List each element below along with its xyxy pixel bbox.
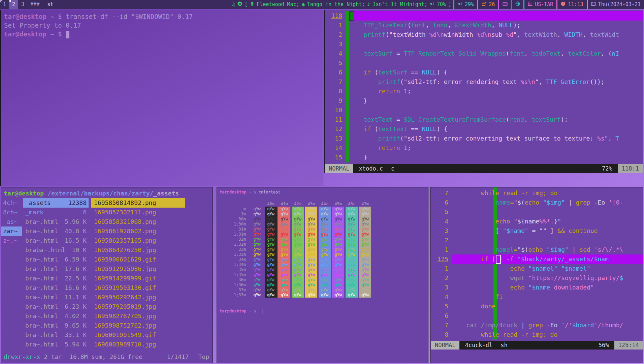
fm-preview-entry[interactable]: 1695857302111.png [91,208,185,217]
terminal-window[interactable]: tar@desktop ~ $ transset-df --id "$WINDO… [0,10,323,186]
fm-file-entry[interactable]: braba~.html10 K [23,245,89,255]
fm-preview-entry[interactable]: 1695900601629.gif [91,255,185,264]
fm-parent-entry[interactable]: 8ch~ [1,208,22,217]
fm-file-entry[interactable]: bra~.html5.96 K [23,217,89,226]
fm-row[interactable]: 4ch~_assets123881695850814892.png [1,198,213,208]
file-manager-window[interactable]: tar@desktop /external/backups/chan/zarty… [1,187,213,363]
fm-row[interactable]: 8ch~_mark61695857302111.png [1,208,213,217]
fm-parent-entry[interactable] [1,264,22,274]
fm-file-entry[interactable]: _mark6 [23,208,89,217]
fm-file-entry[interactable]: bra~.html6.23 K [23,302,89,311]
fm-row[interactable]: bra~.html11.1 K1695950292642.jpg [1,293,213,302]
ct-prompt-line-2[interactable]: tar@desktop ~ $ [217,306,428,316]
token: ); [561,116,568,123]
vim-window-4cuck-dl[interactable]: 7 while read -r img; do6 name="$(echo "$… [430,187,643,363]
fm-row[interactable]: bra~.html6.59 K1695900601629.gif [1,255,213,264]
module-volume[interactable]: 29% [454,0,477,9]
fm-file-entry[interactable]: bra~.html11.1 K [23,293,89,302]
fm-preview-entry[interactable]: 1695919503130.gif [91,283,185,293]
vim-window-xtodo[interactable]: 1181 TTF_SizeText(font, todo, &textWidth… [324,10,643,173]
ct-cell: gYw [319,247,331,252]
fm-preview-entry[interactable]: 1695950292642.jpg [91,293,185,302]
fm-row[interactable]: bra~.html33.1 K1696001901549.gif [1,330,213,340]
fm-row[interactable]: bra~.html17.6 K1695912925986.jpg [1,264,213,274]
line-number: 8 [431,330,452,339]
module-updates[interactable]: 26 [478,0,498,9]
tag-2[interactable]: 2 [9,0,18,9]
vim-scroll-percent: 72% [602,164,612,173]
ct-cell: gYw [332,217,344,222]
module-clock[interactable]: 11:13 [557,0,586,9]
fm-preview-entry[interactable]: 1695982767705.jpg [91,311,185,321]
fm-file-entry[interactable]: bra~.html16.6 K [23,283,89,293]
fm-parent-entry[interactable] [1,321,22,330]
fm-parent-entry[interactable]: z~.~ [1,236,22,245]
fm-file-entry[interactable]: bra~.html17.6 K [23,264,89,274]
fm-parent-entry[interactable]: _as~ [1,217,22,226]
fm-preview-entry[interactable]: 1695864276250.jpg [91,245,185,255]
module-mail[interactable] [499,0,511,9]
fm-file-entry[interactable]: bra~.html9.65 K [23,321,89,330]
vim-line: 13 printf("sdl2-ttf: error converting te… [325,134,643,143]
tag-1[interactable]: 1 [0,0,9,9]
module-music[interactable]: ♫ [ Fleetwood Mac; ◉ Tango in the Night;… [230,1,453,7]
fm-preview-entry[interactable]: 1695850814892.png [91,198,185,208]
fm-file-entry[interactable]: bra~.html5.94 K [23,340,89,349]
tag-###[interactable]: ### [27,0,42,9]
fm-parent-entry[interactable] [1,293,22,302]
module-network[interactable] [512,0,523,9]
fm-row[interactable]: braba~.html10 K1695864276250.jpg [1,245,213,255]
fm-preview-entry[interactable]: 1696003989710.jpg [91,340,185,349]
fm-preview-entry[interactable]: 1695979205019.jpg [91,302,185,311]
fm-preview-entry[interactable]: 1695862357165.png [91,236,185,245]
fm-file-entry[interactable]: _assets12388 [23,198,89,208]
fm-file-entry[interactable]: bra~.html16.5 K [23,236,89,245]
fm-row[interactable]: bra~.html5.94 K1696003989710.jpg [1,340,213,349]
fm-file-entry[interactable]: bra~.html40.8 K [23,226,89,236]
fm-file-entry[interactable]: bra~.html33.1 K [23,330,89,340]
fm-preview-entry[interactable]: 1696001901549.gif [91,330,185,340]
fm-parent-entry[interactable] [1,302,22,311]
ct-cell: gYw [305,217,317,222]
ct-cell: gYw [249,207,265,212]
token: "$img" [543,199,565,206]
fm-parent-entry[interactable] [1,283,22,293]
ct-cell: gYw [278,282,290,287]
fm-row[interactable]: z~.~bra~.html16.5 K1695862357165.png [1,236,213,245]
code-text: if [ ! -f "$back/zarty/_assets/$nam [452,254,643,264]
fm-parent-entry[interactable] [1,245,22,255]
fm-preview-entry[interactable]: 1695861928602.png [91,226,185,236]
fm-preview-entry[interactable]: 1695912925986.jpg [91,264,185,274]
fm-row[interactable]: bra~.html4.02 K1695982767705.jpg [1,311,213,321]
fm-preview-entry[interactable]: 1695914299999.gif [91,274,185,283]
colortest-terminal-window[interactable]: tar@desktop ~ $ colortest 40m41m42m43m44… [217,187,428,363]
fm-file-entry[interactable]: bra~.html22.5 K [23,274,89,283]
tag-3[interactable]: 3 [18,0,27,9]
fm-parent-entry[interactable]: zar~ [1,226,22,236]
fm-row[interactable]: zar~bra~.html40.8 K1695861928602.png [1,226,213,236]
fm-parent-entry[interactable] [1,255,22,264]
ct-cell: gYw [346,252,358,257]
fm-row[interactable]: bra~.html16.6 K1695919503130.gif [1,283,213,293]
ct-cell: gYw [319,232,331,237]
line-number: 5 [431,207,452,217]
fm-row[interactable]: bra~.html22.5 K1695914299999.gif [1,274,213,283]
fm-parent-entry[interactable] [1,330,22,340]
fm-file-entry[interactable]: bra~.html6.59 K [23,255,89,264]
ct-cell: gYw [265,293,277,298]
fm-row[interactable]: bra~.html6.23 K1695979205019.jpg [1,302,213,311]
fm-parent-entry[interactable]: 4ch~ [1,198,22,208]
fm-preview-entry[interactable]: 1695858321068.png [91,217,185,226]
fm-preview-entry[interactable]: 1695998752762.jpg [91,321,185,330]
line-number: 1 [431,264,452,273]
module-date[interactable]: Thu(2024-03-21 [588,0,644,9]
token: WIDTH [565,31,583,38]
fm-row[interactable]: bra~.html9.65 K1695998752762.jpg [1,321,213,330]
module-layout[interactable]: AUS-TAR [524,0,556,9]
fm-file-entry[interactable]: bra~.html4.02 K [23,311,89,321]
fm-parent-entry[interactable] [1,274,22,283]
fm-parent-entry[interactable] [1,340,22,349]
fm-row[interactable]: _as~bra~.html5.96 K1695858321068.png [1,217,213,226]
token [349,50,363,57]
fm-parent-entry[interactable] [1,311,22,321]
